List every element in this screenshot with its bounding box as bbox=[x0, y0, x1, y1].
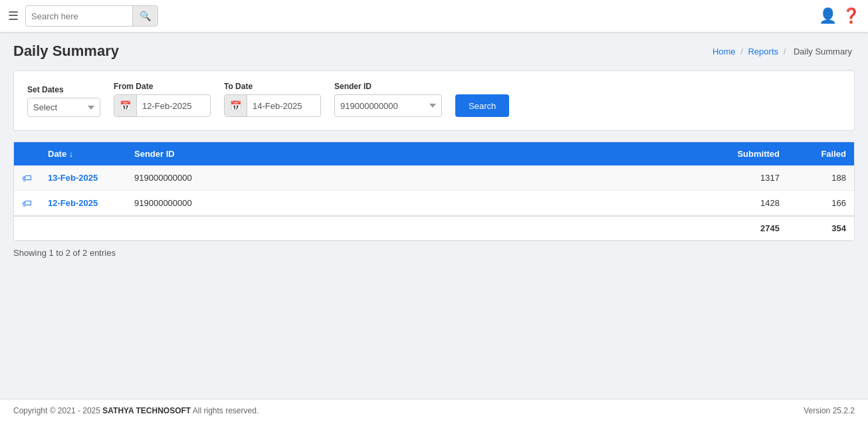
sender-id-cell: 919000000000 bbox=[126, 191, 701, 217]
table-header-row: Date ↓ Sender ID Submitted Failed bbox=[14, 142, 854, 165]
footer-copy: Copyright © 2021 - 2025 SATHYA TECHNOSOF… bbox=[13, 406, 259, 415]
sender-id-label: Sender ID bbox=[334, 82, 442, 91]
breadcrumb-sep2: / bbox=[784, 47, 786, 56]
failed-cell: 166 bbox=[788, 191, 854, 217]
footer-rights: All rights reserved. bbox=[193, 406, 259, 415]
to-date-wrapper: 📅 bbox=[224, 94, 321, 117]
table-row: 🏷 13-Feb-2025 919000000000 1317 188 bbox=[14, 165, 854, 191]
help-icon[interactable]: ❓ bbox=[842, 7, 860, 25]
from-date-group: From Date 📅 bbox=[114, 82, 211, 117]
to-date-input[interactable] bbox=[247, 101, 320, 111]
set-dates-label: Set Dates bbox=[27, 85, 100, 94]
user-icon[interactable]: 👤 bbox=[819, 7, 837, 25]
navbar: ☰ 🔍 👤 ❓ bbox=[0, 0, 868, 32]
total-submitted: 2745 bbox=[701, 216, 788, 241]
page-title: Daily Summary bbox=[13, 43, 119, 60]
table-container: Date ↓ Sender ID Submitted Failed 🏷 13-F… bbox=[13, 142, 855, 241]
search-bar: 🔍 bbox=[25, 5, 158, 27]
table-body: 🏷 13-Feb-2025 919000000000 1317 188 🏷 12… bbox=[14, 165, 854, 241]
sender-id-wrapper: 919000000000 bbox=[334, 94, 442, 117]
search-button[interactable]: 🔍 bbox=[132, 6, 158, 26]
submitted-cell: 1317 bbox=[701, 165, 788, 191]
col-tag bbox=[14, 142, 40, 165]
set-dates-group: Set Dates Select bbox=[27, 85, 100, 117]
failed-cell: 188 bbox=[788, 165, 854, 191]
filter-panel: Set Dates Select From Date 📅 To Date 📅 bbox=[13, 70, 855, 131]
date-cell: 13-Feb-2025 bbox=[40, 165, 126, 191]
submitted-cell: 1428 bbox=[701, 191, 788, 217]
to-date-label: To Date bbox=[224, 82, 321, 91]
breadcrumb-sep1: / bbox=[740, 47, 743, 56]
col-sender-id: Sender ID bbox=[126, 142, 701, 165]
total-empty2 bbox=[40, 216, 126, 241]
nav-right: 👤 ❓ bbox=[819, 7, 860, 25]
breadcrumb: Home / Reports / Daily Summary bbox=[712, 47, 855, 56]
col-failed: Failed bbox=[788, 142, 854, 165]
tag-icon: 🏷 bbox=[22, 172, 32, 183]
from-date-input[interactable] bbox=[137, 101, 210, 111]
page-header: Daily Summary Home / Reports / Daily Sum… bbox=[13, 43, 855, 60]
tag-icon: 🏷 bbox=[22, 197, 32, 209]
breadcrumb-current: Daily Summary bbox=[794, 47, 852, 56]
search-input[interactable] bbox=[26, 11, 132, 21]
filter-row: Set Dates Select From Date 📅 To Date 📅 bbox=[27, 82, 841, 117]
breadcrumb-reports[interactable]: Reports bbox=[748, 47, 778, 56]
tag-cell: 🏷 bbox=[14, 191, 40, 217]
table-row: 🏷 12-Feb-2025 919000000000 1428 166 bbox=[14, 191, 854, 217]
total-empty1 bbox=[14, 216, 40, 241]
from-date-wrapper: 📅 bbox=[114, 94, 211, 117]
page-container: Daily Summary Home / Reports / Daily Sum… bbox=[0, 32, 868, 399]
col-submitted: Submitted bbox=[701, 142, 788, 165]
to-date-calendar-icon: 📅 bbox=[225, 95, 247, 116]
search-button[interactable]: Search bbox=[455, 94, 509, 117]
entries-text: Showing 1 to 2 of 2 entries bbox=[13, 248, 855, 258]
footer-brand: SATHYA TECHNOSOFT bbox=[102, 406, 191, 415]
footer: Copyright © 2021 - 2025 SATHYA TECHNOSOF… bbox=[0, 399, 868, 422]
search-icon: 🔍 bbox=[140, 11, 151, 21]
search-button-group: Search bbox=[455, 94, 509, 117]
breadcrumb-home[interactable]: Home bbox=[712, 47, 736, 56]
footer-version: Version 25.2.2 bbox=[804, 406, 855, 415]
footer-copy-text: Copyright © 2021 - 2025 bbox=[13, 406, 102, 415]
from-date-label: From Date bbox=[114, 82, 211, 91]
hamburger-icon[interactable]: ☰ bbox=[8, 9, 19, 23]
total-row: 2745 354 bbox=[14, 216, 854, 241]
sender-id-cell: 919000000000 bbox=[126, 165, 701, 191]
col-date[interactable]: Date ↓ bbox=[40, 142, 126, 165]
sender-id-group: Sender ID 919000000000 bbox=[334, 82, 442, 117]
to-date-group: To Date 📅 bbox=[224, 82, 321, 117]
date-cell: 12-Feb-2025 bbox=[40, 191, 126, 217]
total-empty3 bbox=[126, 216, 701, 241]
total-failed: 354 bbox=[788, 216, 854, 241]
tag-cell: 🏷 bbox=[14, 165, 40, 191]
sender-id-select[interactable]: 919000000000 bbox=[335, 101, 441, 111]
data-table: Date ↓ Sender ID Submitted Failed 🏷 13-F… bbox=[14, 142, 854, 241]
from-date-calendar-icon: 📅 bbox=[114, 95, 137, 116]
set-dates-select[interactable]: Select bbox=[27, 98, 100, 117]
